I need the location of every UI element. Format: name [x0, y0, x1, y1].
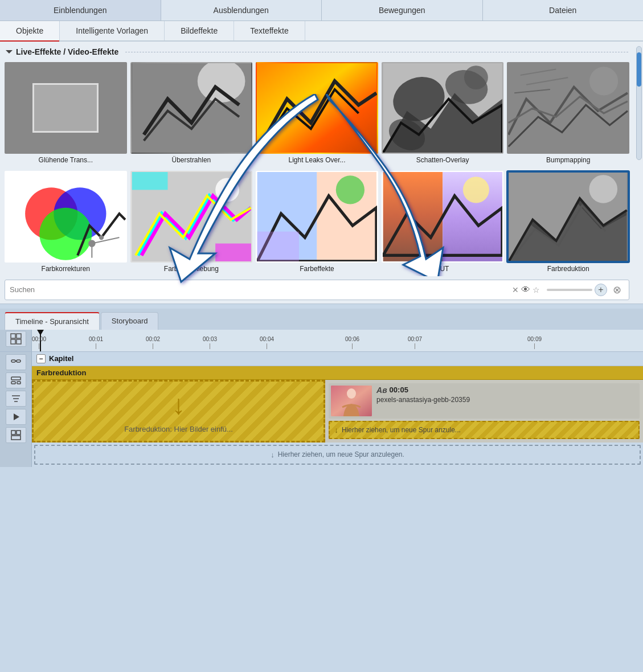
tab-ausblendungen[interactable]: Ausblendungen: [161, 0, 322, 21]
tracks-area: − Kapitel Farbreduktion ↓ Farbreduktion:…: [0, 352, 643, 467]
clip-duration: 00:05: [390, 386, 408, 394]
tab-intelligente-vorlagen[interactable]: Intelligente Vorlagen: [60, 21, 165, 40]
track-icon-layout[interactable]: [6, 427, 26, 443]
inner-drop-arrow-icon: ↓: [334, 425, 338, 435]
ruler-mark-0: 00:00: [32, 336, 46, 349]
inner-drop-zone-text: Hierher ziehen, um neue Spur anzule...: [342, 426, 461, 434]
clip-item[interactable]: Aв 00:05 pexels-anastasiya-gebb-20359: [329, 383, 640, 419]
effect-bumpmapping[interactable]: Bumpmapping: [507, 62, 629, 164]
effect-farbverschiebung[interactable]: Farbverschiebung: [130, 171, 253, 273]
svg-point-58: [347, 388, 356, 399]
bottom-drop-zone[interactable]: ↓ Hierher ziehen, um neue Spur anzulegen…: [34, 445, 641, 465]
effect-lut[interactable]: LUT: [382, 171, 504, 273]
track-icon-link[interactable]: [6, 354, 26, 370]
effect-lightleaks[interactable]: Light Leaks Over...: [256, 62, 378, 164]
ruler-mark-1: 00:01: [89, 336, 103, 349]
svg-rect-30: [257, 232, 299, 261]
effect-thumb-farbeffekte: [256, 171, 378, 263]
track-side-icons: [0, 352, 32, 467]
svg-rect-42: [11, 339, 15, 344]
collapse-triangle[interactable]: [6, 50, 13, 54]
svg-rect-24: [215, 244, 251, 261]
inner-drop-zone[interactable]: ↓ Hierher ziehen, um neue Spur anzule...: [329, 421, 640, 439]
clear-search-icon[interactable]: ✕: [512, 285, 519, 294]
svg-point-18: [99, 235, 104, 240]
drop-area-text: Farbreduktion: Hier Bilder einfü...: [124, 425, 233, 433]
search-bar: ✕ 👁 ☆ + ⊗: [5, 280, 629, 300]
section-divider: [125, 52, 628, 52]
svg-rect-49: [17, 382, 21, 384]
svg-point-9: [589, 67, 618, 95]
effect-ueberstrahlen[interactable]: Überstrahlen: [130, 62, 253, 164]
tab-bildeffekte[interactable]: Bildeffekte: [165, 21, 234, 40]
favorite-icon[interactable]: ☆: [533, 285, 540, 294]
effect-thumb-lightleaks: [256, 62, 378, 154]
ruler-mark-3: 00:03: [203, 336, 217, 349]
search-input[interactable]: [10, 285, 510, 294]
clip-thumb-image: [331, 386, 372, 416]
timeline-body: 00:00 00:01 00:02 00:03: [0, 330, 643, 467]
add-effect-button[interactable]: +: [595, 284, 607, 296]
effect-label-lightleaks: Light Leaks Over...: [288, 156, 345, 164]
ruler-mark-7: 00:07: [408, 336, 422, 349]
track-icon-play[interactable]: [6, 409, 26, 425]
tab-texteffekte[interactable]: Texteffekte: [234, 21, 305, 40]
tabs-row1: Einblendungen Ausblendungen Bewegungen D…: [0, 0, 643, 21]
tab-storyboard[interactable]: Storyboard: [101, 312, 159, 330]
effect-schatten[interactable]: Schatten-Overlay: [382, 62, 504, 164]
svg-rect-47: [11, 377, 21, 380]
clip-filename: pexels-anastasiya-gebb-20359: [376, 396, 470, 404]
effect-label-bumpmapping: Bumpmapping: [546, 156, 590, 164]
vertical-scrollbar[interactable]: [636, 46, 642, 160]
effect-thumb-schatten: [382, 62, 504, 154]
tab-timeline-spuransicht[interactable]: Timeline - Spuransicht: [5, 312, 100, 330]
tracks-content: − Kapitel Farbreduktion ↓ Farbreduktion:…: [32, 352, 643, 467]
effect-label-farbverschiebung: Farbverschiebung: [164, 265, 219, 273]
visibility-icon[interactable]: 👁: [521, 285, 530, 295]
bottom-drop-zone-text: Hierher ziehen, um neue Spur anzulegen.: [278, 450, 404, 458]
drop-area-left[interactable]: ↓ Farbreduktion: Hier Bilder einfü...: [32, 380, 325, 442]
effect-thumb-lut: [382, 171, 504, 263]
effect-gluehende[interactable]: Glühende Trans...: [5, 62, 127, 164]
toolbar-icon-grid[interactable]: [6, 331, 26, 347]
effect-label-farbeffekte: Farbeffekte: [300, 265, 334, 273]
effect-farbkorrekturen[interactable]: Farbkorrekturen: [5, 171, 127, 273]
ruler-mark-4: 00:04: [260, 336, 274, 349]
drop-arrow-icon: ↓: [172, 389, 186, 420]
main-track-row: ↓ Farbreduktion: Hier Bilder einfü...: [32, 380, 643, 442]
clip-thumbnail: [331, 386, 372, 416]
kapitel-collapse-btn[interactable]: −: [36, 354, 46, 363]
effect-farbreduktion[interactable]: Farbreduktion: [507, 171, 629, 273]
effect-thumb-farbverschiebung: [130, 171, 253, 263]
tabs-row2: Objekte Intelligente Vorlagen Bildeffekt…: [0, 21, 643, 42]
svg-point-35: [463, 177, 489, 203]
track-icon-filter[interactable]: [6, 391, 26, 407]
size-slider[interactable]: [547, 289, 592, 291]
tab-objekte[interactable]: Objekte: [0, 21, 60, 40]
svg-point-29: [336, 175, 364, 204]
effect-farbeffekte[interactable]: Farbeffekte: [256, 171, 378, 273]
effect-thumb-gluehende: [5, 62, 127, 154]
svg-rect-2: [257, 63, 376, 153]
magnify-button[interactable]: ⊗: [609, 282, 624, 297]
effect-label-farbreduktion: Farbreduktion: [547, 265, 589, 273]
tab-einblendungen[interactable]: Einblendungen: [0, 0, 161, 21]
effects-grid-row2: Farbkorrekturen: [5, 169, 629, 277]
svg-rect-48: [11, 382, 15, 384]
effects-grid-row1: Glühende Trans...: [5, 60, 629, 169]
effect-label-gluehende: Glühende Trans...: [39, 156, 93, 164]
track-icon-split[interactable]: [6, 372, 26, 388]
section-header: Live-Effekte / Video-Effekte: [5, 45, 629, 60]
clip-duration-row: Aв 00:05: [376, 386, 470, 395]
svg-rect-56: [11, 436, 21, 440]
clip-type-icon: Aв: [376, 386, 387, 395]
tab-bewegungen[interactable]: Bewegungen: [322, 0, 483, 21]
kapitel-header: − Kapitel: [32, 352, 643, 366]
timeline-panel: Timeline - Spuransicht Storyboard: [0, 309, 643, 467]
svg-rect-40: [11, 334, 15, 338]
svg-rect-23: [132, 172, 167, 190]
svg-rect-44: [11, 360, 15, 362]
timeline-ruler: 00:00 00:01 00:02 00:03: [32, 330, 643, 351]
svg-rect-41: [17, 334, 21, 338]
tab-dateien[interactable]: Dateien: [483, 0, 644, 21]
